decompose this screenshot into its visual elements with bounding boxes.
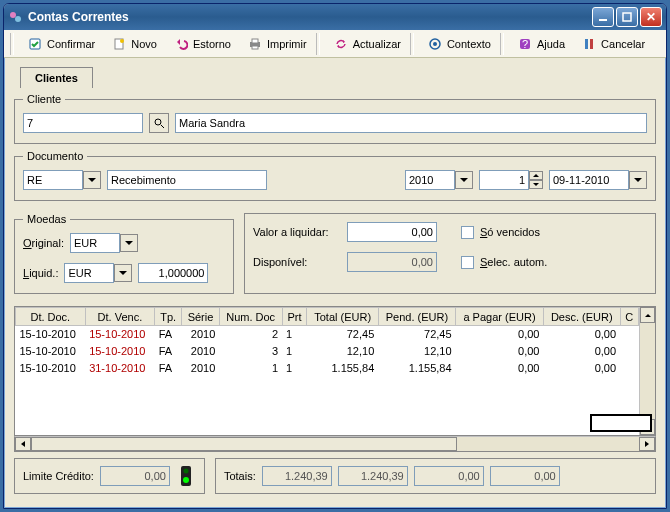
horizontal-scrollbar[interactable]	[14, 436, 656, 452]
svg-rect-9	[252, 46, 258, 49]
svg-point-1	[15, 16, 21, 22]
original-currency-dropdown[interactable]	[120, 234, 138, 252]
scroll-up-button[interactable]	[640, 307, 655, 323]
selec-autom-label: Selec. autom.	[480, 256, 547, 268]
original-label: Original:	[23, 237, 64, 249]
app-icon	[8, 9, 24, 25]
doc-type-select[interactable]	[23, 170, 83, 190]
svg-point-11	[433, 42, 437, 46]
col-total[interactable]: Total (EUR)	[307, 308, 378, 326]
total-4	[490, 466, 560, 486]
cliente-name-input[interactable]	[175, 113, 647, 133]
content: Clientes Cliente Documento	[4, 58, 666, 502]
totais-label: Totais:	[224, 470, 256, 482]
svg-point-16	[155, 119, 161, 125]
documento-group: Documento	[14, 150, 656, 201]
close-button[interactable]: ✕	[640, 7, 662, 27]
doc-seq-spinner[interactable]	[529, 171, 543, 189]
so-vencidos-checkbox[interactable]	[461, 226, 474, 239]
totais-group: Totais:	[215, 458, 656, 494]
ajuda-button[interactable]: ?Ajuda	[510, 33, 572, 55]
limite-label: Limite Crédito:	[23, 470, 94, 482]
total-2	[338, 466, 408, 486]
col-a-pagar[interactable]: a Pagar (EUR)	[456, 308, 544, 326]
new-icon	[111, 36, 127, 52]
tab-clientes[interactable]: Clientes	[20, 67, 93, 88]
col-serie[interactable]: Série	[182, 308, 220, 326]
svg-rect-14	[585, 39, 588, 49]
disponivel-label: Disponível:	[253, 256, 341, 268]
moedas-group: Moedas Original: Liquid.:	[14, 213, 234, 294]
novo-button[interactable]: Novo	[104, 33, 164, 55]
titlebar[interactable]: Contas Correntes ✕	[4, 4, 666, 30]
table-row[interactable]: 15-10-201015-10-2010FA20102172,4572,450,…	[16, 326, 639, 343]
maximize-button[interactable]	[616, 7, 638, 27]
scroll-thumb[interactable]	[31, 437, 457, 451]
col-prt[interactable]: Prt	[282, 308, 307, 326]
rate-input[interactable]	[138, 263, 208, 283]
estorno-button[interactable]: Estorno	[166, 33, 238, 55]
liquid-currency-select[interactable]	[64, 263, 114, 283]
cancelar-button[interactable]: Cancelar	[574, 33, 652, 55]
svg-rect-15	[590, 39, 593, 49]
minimize-button[interactable]	[592, 7, 614, 27]
documents-table[interactable]: Dt. Doc. Dt. Venc. Tp. Série Num. Doc Pr…	[14, 306, 656, 436]
doc-type-dropdown[interactable]	[83, 171, 101, 189]
limite-group: Limite Crédito:	[14, 458, 205, 494]
window: Contas Correntes ✕ Confirmar Novo Estorn…	[3, 3, 667, 509]
confirmar-button[interactable]: Confirmar	[20, 33, 102, 55]
table-row[interactable]: 15-10-201015-10-2010FA20103112,1012,100,…	[16, 343, 639, 360]
total-3	[414, 466, 484, 486]
selection-indicator	[590, 414, 639, 432]
traffic-light-icon	[176, 465, 196, 487]
so-vencidos-label: Só vencidos	[480, 226, 540, 238]
cliente-search-button[interactable]	[149, 113, 169, 133]
svg-rect-2	[599, 19, 607, 21]
cliente-number-input[interactable]	[23, 113, 143, 133]
print-icon	[247, 36, 263, 52]
svg-line-17	[161, 125, 164, 128]
doc-year-dropdown[interactable]	[455, 171, 473, 189]
window-title: Contas Correntes	[28, 10, 590, 24]
doc-type-desc[interactable]	[107, 170, 267, 190]
col-num-doc[interactable]: Num. Doc	[219, 308, 282, 326]
contexto-button[interactable]: Contexto	[420, 33, 498, 55]
valor-liquidar-input[interactable]	[347, 222, 437, 242]
limite-value	[100, 466, 170, 486]
col-desc[interactable]: Desc. (EUR)	[543, 308, 620, 326]
col-dt-venc[interactable]: Dt. Venc.	[85, 308, 155, 326]
col-tp[interactable]: Tp.	[155, 308, 182, 326]
doc-seq-input[interactable]	[479, 170, 529, 190]
svg-rect-3	[623, 13, 631, 21]
undo-icon	[173, 36, 189, 52]
liquid-currency-dropdown[interactable]	[114, 264, 132, 282]
selec-autom-checkbox[interactable]	[461, 256, 474, 269]
svg-point-6	[120, 39, 124, 43]
imprimir-button[interactable]: Imprimir	[240, 33, 314, 55]
svg-text:?: ?	[522, 38, 528, 50]
svg-point-20	[183, 477, 189, 483]
svg-point-0	[10, 12, 16, 18]
col-pend[interactable]: Pend. (EUR)	[378, 308, 455, 326]
refresh-icon	[333, 36, 349, 52]
liquidar-group: Valor a liquidar: Só vencidos Disponível…	[244, 213, 656, 294]
doc-date-dropdown[interactable]	[629, 171, 647, 189]
tab-strip: Clientes	[20, 66, 656, 87]
context-icon	[427, 36, 443, 52]
valor-liquidar-label: Valor a liquidar:	[253, 226, 341, 238]
toolbar: Confirmar Novo Estorno Imprimir Actualiz…	[4, 30, 666, 58]
original-currency-select[interactable]	[70, 233, 120, 253]
actualizar-button[interactable]: Actualizar	[326, 33, 408, 55]
confirm-icon	[27, 36, 43, 52]
svg-point-19	[183, 469, 188, 474]
doc-year-select[interactable]	[405, 170, 455, 190]
cliente-group: Cliente	[14, 93, 656, 144]
col-dt-doc[interactable]: Dt. Doc.	[16, 308, 86, 326]
total-1	[262, 466, 332, 486]
scroll-right-button[interactable]	[639, 437, 655, 451]
table-row[interactable]: 15-10-201031-10-2010FA2010111.155,841.15…	[16, 360, 639, 377]
disponivel-value	[347, 252, 437, 272]
scroll-left-button[interactable]	[15, 437, 31, 451]
doc-date-input[interactable]	[549, 170, 629, 190]
col-c[interactable]: C	[620, 308, 638, 326]
